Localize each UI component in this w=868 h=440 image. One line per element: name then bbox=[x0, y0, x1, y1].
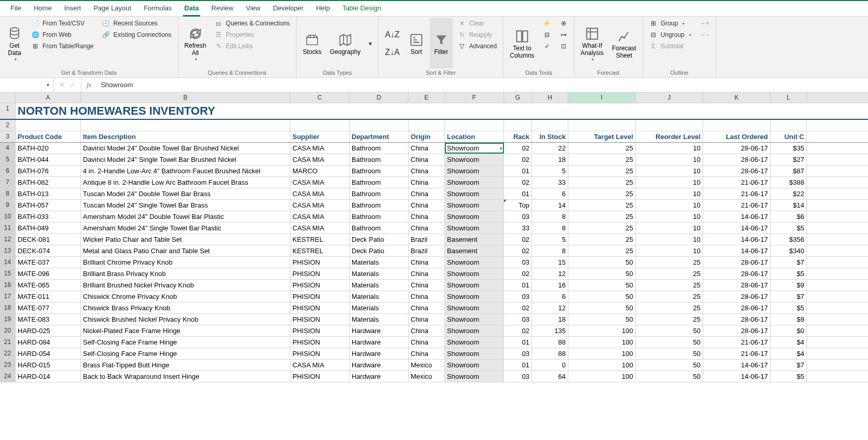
column-header-H[interactable]: H bbox=[532, 92, 568, 103]
cell-supplier[interactable]: PHISION bbox=[290, 371, 349, 382]
cell-reorder[interactable]: 25 bbox=[636, 257, 703, 268]
cell-desc[interactable]: Chiswick Brass Privacy Knob bbox=[81, 302, 290, 313]
cell-location[interactable]: Showroom bbox=[445, 200, 504, 211]
cell-unit[interactable]: $9 bbox=[771, 314, 807, 325]
table-header-6[interactable]: Rack bbox=[504, 131, 532, 142]
cell-blank[interactable] bbox=[504, 120, 532, 131]
get-data-button[interactable]: GetData bbox=[3, 18, 26, 68]
cell-dept[interactable]: Bathroom bbox=[349, 177, 409, 188]
cell-supplier[interactable]: CASA MIA bbox=[290, 177, 349, 188]
cell-target[interactable]: 25 bbox=[568, 234, 636, 245]
cell-supplier[interactable]: PHISION bbox=[290, 337, 349, 348]
table-header-0[interactable]: Product Code bbox=[16, 131, 81, 142]
flash-fill-button[interactable]: ⚡ bbox=[540, 18, 554, 29]
tab-developer[interactable]: Developer bbox=[267, 1, 310, 16]
what-if-analysis-button[interactable]: What-IfAnalysis bbox=[578, 18, 607, 68]
cell-dept[interactable]: Materials bbox=[349, 280, 409, 291]
cell-code[interactable]: DECK-081 bbox=[16, 234, 81, 245]
cell-date[interactable]: 28-06-17 bbox=[703, 268, 771, 279]
sort-button[interactable]: Sort bbox=[405, 18, 428, 68]
cell-target[interactable]: 50 bbox=[568, 314, 636, 325]
cell-stock[interactable]: 88 bbox=[532, 337, 568, 348]
column-header-A[interactable]: A bbox=[16, 92, 81, 103]
cell-location[interactable]: Basement bbox=[445, 245, 504, 256]
cell-date[interactable]: 28-06-17 bbox=[703, 154, 771, 165]
cell-dept[interactable]: Hardware bbox=[349, 360, 409, 370]
row-header-4[interactable]: 4 bbox=[0, 143, 16, 154]
cell-rack[interactable]: 33 bbox=[504, 223, 532, 233]
cell-code[interactable]: BATH-049 bbox=[16, 223, 81, 233]
cell-desc[interactable]: Wicker Patio Chair and Table Set bbox=[81, 234, 290, 245]
cell-blank[interactable] bbox=[568, 120, 636, 131]
cell-origin[interactable]: China bbox=[409, 314, 445, 325]
cell-target[interactable]: 25 bbox=[568, 200, 636, 211]
cell-desc[interactable]: Metal and Glass Patio Chair and Table Se… bbox=[81, 245, 290, 256]
row-header-24[interactable]: 24 bbox=[0, 371, 16, 382]
cell-target[interactable]: 50 bbox=[568, 268, 636, 279]
tab-formulas[interactable]: Formulas bbox=[137, 1, 178, 16]
cell-stock[interactable]: 6 bbox=[532, 291, 568, 302]
cell-reorder[interactable]: 25 bbox=[636, 280, 703, 291]
cell-origin[interactable]: China bbox=[409, 188, 445, 199]
cell-desc[interactable]: Brilliant Brass Privacy Knob bbox=[81, 268, 290, 279]
cell-target[interactable]: 100 bbox=[568, 360, 636, 370]
table-header-5[interactable]: Location bbox=[445, 131, 504, 142]
cell-origin[interactable]: China bbox=[409, 280, 445, 291]
cell-supplier[interactable]: PHISION bbox=[290, 280, 349, 291]
cell-dept[interactable]: Deck Patio bbox=[349, 234, 409, 245]
cell-code[interactable]: DECK-074 bbox=[16, 245, 81, 256]
cell-stock[interactable]: 88 bbox=[532, 348, 568, 359]
cell-blank[interactable] bbox=[771, 120, 807, 131]
cell-reorder[interactable]: 50 bbox=[636, 360, 703, 370]
cell-origin[interactable]: China bbox=[409, 268, 445, 279]
column-header-G[interactable]: G bbox=[504, 92, 532, 103]
cell-rack[interactable]: 01 bbox=[504, 166, 532, 176]
cell-unit[interactable]: $5 bbox=[771, 223, 807, 233]
cell-date[interactable]: 14-06-17 bbox=[703, 360, 771, 370]
table-header-2[interactable]: Supplier bbox=[290, 131, 349, 142]
data-types-more-button[interactable]: ▾ bbox=[366, 38, 375, 49]
cell-reorder[interactable]: 25 bbox=[636, 302, 703, 313]
row-header-17[interactable]: 17 bbox=[0, 291, 16, 302]
row-header-8[interactable]: 8 bbox=[0, 188, 16, 199]
table-header-10[interactable]: Last Ordered bbox=[703, 131, 771, 142]
cell-reorder[interactable]: 10 bbox=[636, 211, 703, 222]
cell-origin[interactable]: China bbox=[409, 223, 445, 233]
cell-blank[interactable] bbox=[349, 120, 409, 131]
cell-unit[interactable]: $27 bbox=[771, 154, 807, 165]
cell-date[interactable]: 14-06-17 bbox=[703, 211, 771, 222]
cell-location[interactable]: Showroom bbox=[445, 143, 504, 154]
row-header-13[interactable]: 13 bbox=[0, 245, 16, 256]
queries-connections-button[interactable]: ⚏Queries & Connections bbox=[212, 18, 293, 29]
existing-connections-button[interactable]: 🔗Existing Connections bbox=[99, 30, 175, 40]
cell-supplier[interactable]: CASA MIA bbox=[290, 188, 349, 199]
cell-code[interactable]: BATH-082 bbox=[16, 177, 81, 188]
cell-reorder[interactable]: 10 bbox=[636, 188, 703, 199]
cell-dept[interactable]: Hardware bbox=[349, 337, 409, 348]
row-header-2[interactable]: 2 bbox=[0, 120, 16, 131]
sort-desc-button[interactable]: Z↓A bbox=[382, 46, 402, 59]
table-header-4[interactable]: Origin bbox=[409, 131, 445, 142]
cell-location[interactable]: Showroom bbox=[445, 291, 504, 302]
cell-date[interactable]: 28-06-17 bbox=[703, 280, 771, 291]
group-button[interactable]: ⊞Group bbox=[646, 18, 694, 29]
cell-code[interactable]: MATE-077 bbox=[16, 302, 81, 313]
cell-target[interactable]: 25 bbox=[568, 143, 636, 154]
cell-dept[interactable]: Materials bbox=[349, 314, 409, 325]
cell-rack[interactable]: 02 bbox=[504, 245, 532, 256]
cell-stock[interactable]: 14 bbox=[532, 200, 568, 211]
cell-rack[interactable]: 03 bbox=[504, 314, 532, 325]
cell-reorder[interactable]: 25 bbox=[636, 314, 703, 325]
row-header-19[interactable]: 19 bbox=[0, 314, 16, 325]
column-header-C[interactable]: C bbox=[290, 92, 349, 103]
cell-date[interactable]: 21-06-17 bbox=[703, 188, 771, 199]
cell-unit[interactable]: $6 bbox=[771, 211, 807, 222]
cell-dept[interactable]: Hardware bbox=[349, 371, 409, 382]
row-header-12[interactable]: 12 bbox=[0, 234, 16, 245]
cell-stock[interactable]: 33 bbox=[532, 177, 568, 188]
cell-desc[interactable]: Davinci Model 24" Single Towel Bar Brush… bbox=[81, 154, 290, 165]
cell-supplier[interactable]: CASA MIA bbox=[290, 200, 349, 211]
fx-icon[interactable]: fx bbox=[81, 81, 96, 89]
column-header-E[interactable]: E bbox=[409, 92, 445, 103]
cell-code[interactable]: BATH-076 bbox=[16, 166, 81, 176]
